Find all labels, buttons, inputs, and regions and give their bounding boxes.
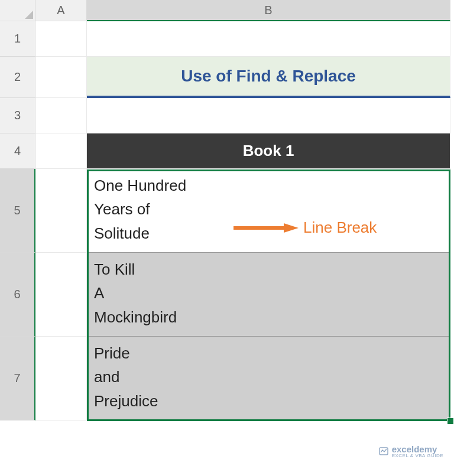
cell-text: One Hundred Years of Solitude	[94, 177, 186, 242]
col-label: A	[57, 4, 64, 17]
row-label: 2	[14, 70, 21, 84]
annotation-line-break: Line Break	[234, 219, 377, 237]
cell-A1[interactable]	[35, 21, 87, 57]
cell-A6[interactable]	[35, 253, 87, 337]
title-cell[interactable]: Use of Find & Replace	[87, 57, 450, 98]
logo-icon	[378, 446, 389, 457]
table-header-text: Book 1	[243, 142, 294, 160]
row-header-6[interactable]: 6	[0, 253, 35, 337]
row-header-5[interactable]: 5	[0, 169, 35, 253]
arrow-icon	[234, 223, 299, 233]
data-cell-book1[interactable]: One Hundred Years of Solitude	[87, 169, 450, 253]
row-label: 7	[14, 371, 20, 385]
data-cell-book2[interactable]: To Kill A Mockingbird	[87, 253, 450, 337]
worksheet-grid: A B 1 2 Use of Find & Replace 3 4 Book 1…	[0, 0, 454, 420]
col-header-A[interactable]: A	[35, 0, 87, 21]
row-label: 6	[14, 288, 20, 301]
row-label: 5	[14, 204, 20, 217]
cell-A2[interactable]	[35, 57, 87, 98]
cell-text: To Kill A Mockingbird	[94, 260, 177, 326]
annotation-text: Line Break	[303, 219, 377, 237]
watermark-tag: EXCEL & VBA GUIDE	[392, 453, 443, 458]
row-header-1[interactable]: 1	[0, 21, 35, 57]
watermark: exceldemy EXCEL & VBA GUIDE	[378, 444, 443, 458]
cell-A4[interactable]	[35, 133, 87, 169]
row-header-2[interactable]: 2	[0, 57, 35, 98]
cell-text: Pride and Prejudice	[94, 344, 158, 410]
svg-marker-0	[25, 11, 33, 19]
col-header-B[interactable]: B	[87, 0, 450, 21]
data-cell-book3[interactable]: Pride and Prejudice	[87, 337, 450, 420]
cell-B3[interactable]	[87, 98, 450, 133]
col-label: B	[264, 4, 272, 17]
select-all-corner[interactable]	[0, 0, 35, 21]
cell-A7[interactable]	[35, 337, 87, 420]
cell-B1[interactable]	[87, 21, 450, 57]
row-label: 4	[14, 144, 21, 158]
title-text: Use of Find & Replace	[181, 67, 356, 86]
cell-A3[interactable]	[35, 98, 87, 133]
row-label: 3	[14, 109, 21, 122]
svg-marker-2	[284, 223, 299, 233]
row-header-3[interactable]: 3	[0, 98, 35, 133]
row-header-4[interactable]: 4	[0, 133, 35, 169]
row-label: 1	[14, 32, 21, 45]
row-header-7[interactable]: 7	[0, 337, 35, 420]
cell-A5[interactable]	[35, 169, 87, 253]
table-header-cell[interactable]: Book 1	[87, 133, 450, 169]
